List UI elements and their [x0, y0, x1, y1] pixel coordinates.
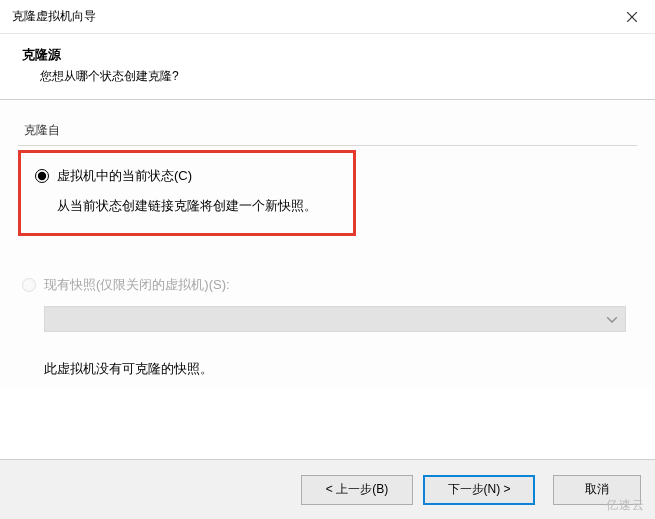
radio-current-state-input[interactable]: [35, 169, 49, 183]
titlebar: 克隆虚拟机向导: [0, 0, 655, 34]
wizard-header: 克隆源 您想从哪个状态创建克隆?: [0, 34, 655, 100]
header-title: 克隆源: [22, 46, 633, 64]
divider: [18, 145, 637, 146]
snapshot-dropdown: [44, 306, 626, 332]
snapshot-section: 现有快照(仅限关闭的虚拟机)(S): 此虚拟机没有可克隆的快照。: [18, 276, 637, 378]
radio-current-state-label: 虚拟机中的当前状态(C): [57, 167, 192, 185]
window-title: 克隆虚拟机向导: [12, 8, 96, 25]
current-state-desc: 从当前状态创建链接克隆将创建一个新快照。: [35, 197, 339, 215]
clone-from-legend: 克隆自: [18, 122, 637, 139]
next-button[interactable]: 下一步(N) >: [423, 475, 535, 505]
close-button[interactable]: [609, 0, 655, 34]
radio-current-state[interactable]: 虚拟机中的当前状态(C): [35, 167, 339, 185]
cancel-button[interactable]: 取消: [553, 475, 641, 505]
header-subtitle: 您想从哪个状态创建克隆?: [22, 68, 633, 85]
close-icon: [627, 12, 637, 22]
radio-existing-snapshot-input: [22, 278, 36, 292]
radio-existing-snapshot: 现有快照(仅限关闭的虚拟机)(S):: [22, 276, 637, 294]
wizard-content: 克隆自 虚拟机中的当前状态(C) 从当前状态创建链接克隆将创建一个新快照。 现有…: [0, 100, 655, 388]
chevron-down-icon: [607, 312, 617, 326]
highlight-current-state: 虚拟机中的当前状态(C) 从当前状态创建链接克隆将创建一个新快照。: [18, 150, 356, 236]
wizard-footer: < 上一步(B) 下一步(N) > 取消: [0, 459, 655, 519]
radio-existing-snapshot-label: 现有快照(仅限关闭的虚拟机)(S):: [44, 276, 230, 294]
back-button[interactable]: < 上一步(B): [301, 475, 413, 505]
no-snapshot-message: 此虚拟机没有可克隆的快照。: [44, 360, 637, 378]
